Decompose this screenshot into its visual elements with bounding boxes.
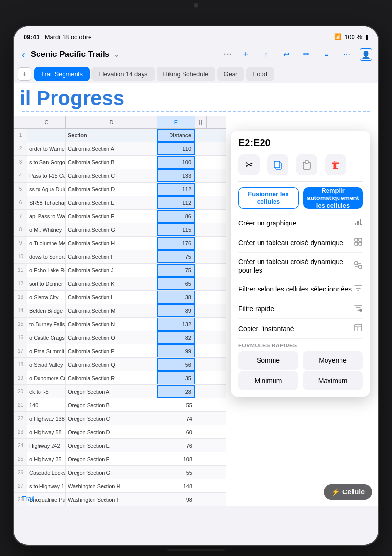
create-chart-label: Créer un graphique xyxy=(238,219,297,227)
wifi-icon: 📶 xyxy=(334,33,341,40)
tab-hiking-schedule[interactable]: Hiking Schedule xyxy=(157,67,215,81)
filter-icon xyxy=(354,284,363,294)
formula-somme-button[interactable]: Somme xyxy=(238,351,298,370)
svg-rect-5 xyxy=(357,221,359,225)
top-notch xyxy=(194,3,198,8)
merge-cells-button[interactable]: Fusionner les cellules xyxy=(238,187,299,209)
add-button[interactable]: + xyxy=(238,47,253,62)
tab-food[interactable]: Food xyxy=(246,67,274,81)
create-pivot-item[interactable]: Créer un tableau croisé dynamique xyxy=(238,233,363,253)
share-button[interactable]: ↑ xyxy=(259,47,273,62)
copy-button[interactable] xyxy=(267,154,288,175)
trail-tab[interactable]: Trail xyxy=(14,491,42,506)
table-row[interactable]: 3 s to San Gorgonio Pass California Sect… xyxy=(14,156,226,169)
format-button[interactable]: ≡ xyxy=(319,47,334,62)
table-row[interactable]: 13 o Sierra City California Section L 38 xyxy=(14,291,226,304)
table-row[interactable]: 10 dows to Sonora Pass California Sectio… xyxy=(14,250,226,264)
snapshot-icon xyxy=(354,323,363,334)
col-header-pause: ⏸ xyxy=(195,116,207,128)
table-row[interactable]: 25 o Highway 35 Oregon Section F 108 xyxy=(14,452,226,466)
more-button[interactable]: ⋯ xyxy=(340,47,354,62)
table-row[interactable]: 16 o Castle Crags California Section O 8… xyxy=(14,331,226,344)
undo-button[interactable]: ↩ xyxy=(279,47,293,62)
svg-rect-3 xyxy=(305,161,308,163)
filter-item[interactable]: Filtrer selon les cellules sélectionnées xyxy=(238,279,363,299)
table-row[interactable]: 7 api Pass to Walker Pass California Sec… xyxy=(14,210,226,223)
table-row[interactable]: 27 s to Highway 12 Washington Section H … xyxy=(14,479,226,493)
formulas-section-label: FORMULES RAPIDES xyxy=(238,343,363,348)
header-d: Section xyxy=(66,129,157,142)
status-right: 📶 100 % ▮ xyxy=(334,33,368,40)
svg-rect-17 xyxy=(355,324,362,331)
table-row[interactable]: 9 o Tuolumne Meadows California Section … xyxy=(14,237,226,250)
row-num-spacer xyxy=(14,116,27,128)
table-row[interactable]: 21 140 Oregon Section B 55 xyxy=(14,398,226,412)
table-row[interactable]: 28 Snoqualmie Pass Washington Section I … xyxy=(14,493,226,506)
create-pivot-label: Créer un tableau croisé dynamique xyxy=(238,238,343,247)
tab-elevation[interactable]: Elevation 14 days xyxy=(91,67,155,81)
table-row[interactable]: 17 o Etna Summit California Section P 99 xyxy=(14,344,226,358)
toolbar-dots: ··· xyxy=(224,51,233,58)
svg-point-16 xyxy=(359,309,362,312)
collab-button[interactable]: 👤 xyxy=(360,48,372,61)
pivot2-icon xyxy=(354,261,363,271)
add-tab-button[interactable]: + xyxy=(18,67,31,81)
tab-trail-segments[interactable]: Trail Segments xyxy=(34,67,90,81)
table-row[interactable]: 2 order to Warner Springs California Sec… xyxy=(14,142,226,156)
create-pivot2-item[interactable]: Créer un tableau croisé dynamique pour l… xyxy=(238,253,363,279)
table-row[interactable]: 22 o Highway 138 Oregon Section C 74 xyxy=(14,412,226,425)
pen-button[interactable]: ✏ xyxy=(299,47,314,62)
table-row[interactable]: 8 o Mt. Whitney California Section G 115 xyxy=(14,223,226,237)
quickfilter-item[interactable]: Filtre rapide xyxy=(238,299,363,319)
table-row[interactable]: 15 to Burney Falls California Section N … xyxy=(14,318,226,331)
autofill-button[interactable]: Remplir automatiquement les cellules xyxy=(303,187,363,209)
title-chevron-icon[interactable]: ⌄ xyxy=(114,51,119,58)
table-row[interactable]: 4 Pass to I-15 Cajon Pass California Sec… xyxy=(14,169,226,183)
formula-minimum-button[interactable]: Minimum xyxy=(238,371,298,390)
table-row[interactable]: 23 o Highway 58 Oregon Section D 60 xyxy=(14,425,226,439)
chart-icon xyxy=(354,218,363,228)
paste-button[interactable] xyxy=(296,154,317,175)
table-row[interactable]: 19 o Donomore Creek California Section R… xyxy=(14,371,226,385)
tab-gear[interactable]: Gear xyxy=(217,67,245,81)
table-row[interactable]: 11 o Echo Lake Resort California Section… xyxy=(14,264,226,277)
table-row[interactable]: 18 o Seiad Valley California Section Q 5… xyxy=(14,358,226,371)
table-row[interactable]: 5 ss to Agua Dulce California Section D … xyxy=(14,183,226,196)
header-c xyxy=(27,129,66,142)
status-date: Mardi 18 octobre xyxy=(45,33,92,40)
delete-button[interactable]: 🗑 xyxy=(325,154,346,175)
svg-rect-10 xyxy=(355,242,358,245)
table-row[interactable]: 20 ek to I-5 Oregon Section A 28 xyxy=(14,385,226,398)
create-pivot2-label: Créer un tableau croisé dynamique pour l… xyxy=(238,257,354,275)
toolbar: ‹ Scenic Pacific Trails ⌄ ··· + ↑ ↩ ✏ ≡ … xyxy=(14,44,378,65)
popup-formula-row-1: Somme Moyenne xyxy=(238,351,363,370)
table-row[interactable]: 14 Belden Bridge California Section M 89 xyxy=(14,304,226,318)
device-frame: 09:41 Mardi 18 octobre 📶 100 % ▮ ‹ Sceni… xyxy=(13,26,379,546)
document-title: Scenic Pacific Trails ⌄ xyxy=(31,50,221,59)
back-button[interactable]: ‹ xyxy=(20,49,27,60)
create-chart-item[interactable]: Créer un graphique xyxy=(238,213,363,233)
tabs-bar: + Trail Segments Elevation 14 days Hikin… xyxy=(14,65,378,83)
toolbar-actions: ··· + ↑ ↩ ✏ ≡ ⋯ 👤 xyxy=(224,47,372,62)
table-rows: 1 Section Distance 2 order to Warner Spr… xyxy=(14,129,226,506)
home-indicator[interactable] xyxy=(167,549,225,551)
table-row[interactable]: 26 Cascade Locks Oregon Section G 55 xyxy=(14,466,226,479)
copy-snapshot-label: Copier l'instantané xyxy=(238,324,294,333)
svg-rect-8 xyxy=(355,238,358,241)
table-container: C D E ⏸ 1 Section Distance 2 xyxy=(14,116,226,506)
table-row[interactable]: 6 SR58 Tehachapi Pass California Section… xyxy=(14,196,226,210)
row-2-d: California Section A xyxy=(66,142,157,155)
svg-point-7 xyxy=(360,224,362,225)
popup-cell-ref: E2:E20 xyxy=(238,137,363,148)
cut-button[interactable]: ✂ xyxy=(238,154,260,175)
row-2-c: order to Warner Springs xyxy=(27,142,66,155)
formula-moyenne-button[interactable]: Moyenne xyxy=(303,351,363,370)
copy-snapshot-item[interactable]: Copier l'instantané xyxy=(238,319,363,339)
cell-button[interactable]: ⚡ Cellule xyxy=(324,484,372,500)
table-row[interactable]: 24 Highway 242 Oregon Section E 76 xyxy=(14,439,226,452)
col-header-e[interactable]: E xyxy=(157,116,195,128)
formula-maximum-button[interactable]: Maximum xyxy=(303,371,363,390)
quickfilter-label: Filtre rapide xyxy=(238,304,274,313)
table-row[interactable]: 12 sort to Donner Pass California Sectio… xyxy=(14,277,226,291)
progress-title: il Progress xyxy=(20,88,370,108)
